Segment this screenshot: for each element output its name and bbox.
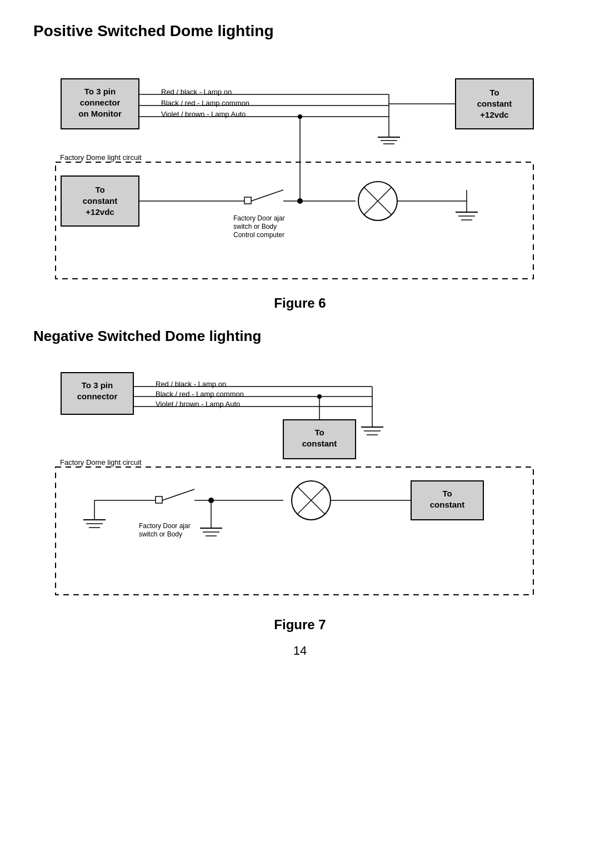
svg-text:Factory Dome light circuit: Factory Dome light circuit [60,458,142,466]
svg-text:constant: constant [477,99,512,108]
figure6-label: Figure 6 [33,295,567,311]
title-positive: Positive Switched Dome lighting [33,22,567,40]
svg-text:constant: constant [83,196,118,205]
svg-text:constant: constant [302,439,337,448]
svg-text:Factory Door ajar: Factory Door ajar [233,214,285,222]
svg-text:connector: connector [80,98,121,107]
svg-text:constant: constant [430,500,465,509]
figure6-svg: To 3 pin connector on Monitor Red / blac… [44,51,556,290]
page-number: 14 [33,644,567,658]
svg-text:Control computer: Control computer [233,231,284,239]
svg-text:To  3 pin: To 3 pin [84,87,116,96]
svg-text:To: To [314,428,324,437]
figure6-diagram: To 3 pin connector on Monitor Red / blac… [44,51,556,290]
svg-text:To  3 pin: To 3 pin [82,380,113,390]
svg-point-44 [298,114,302,119]
figure7-svg: To 3 pin connector Red / black - Lamp on… [44,356,556,611]
svg-text:switch or Body: switch or Body [139,530,182,538]
figure7-label: Figure 7 [33,617,567,633]
svg-text:To: To [442,489,452,498]
svg-text:on Monitor: on Monitor [78,109,122,118]
svg-text:+12vdc: +12vdc [480,110,508,119]
svg-text:+12vdc: +12vdc [86,207,114,217]
svg-rect-71 [156,496,162,503]
title-negative: Negative Switched Dome lighting [33,328,567,345]
svg-text:To: To [95,185,104,194]
svg-line-28 [251,190,283,201]
svg-text:switch or Body: switch or Body [233,223,277,230]
svg-text:connector: connector [77,392,118,401]
svg-line-72 [162,489,194,500]
svg-point-63 [317,394,322,399]
svg-text:Factory Door ajar: Factory Door ajar [139,522,191,530]
svg-text:Factory Dome light circuit: Factory Dome light circuit [60,153,142,162]
figure7-diagram: To 3 pin connector Red / black - Lamp on… [44,356,556,611]
svg-text:To: To [489,88,499,97]
svg-rect-27 [244,197,251,204]
